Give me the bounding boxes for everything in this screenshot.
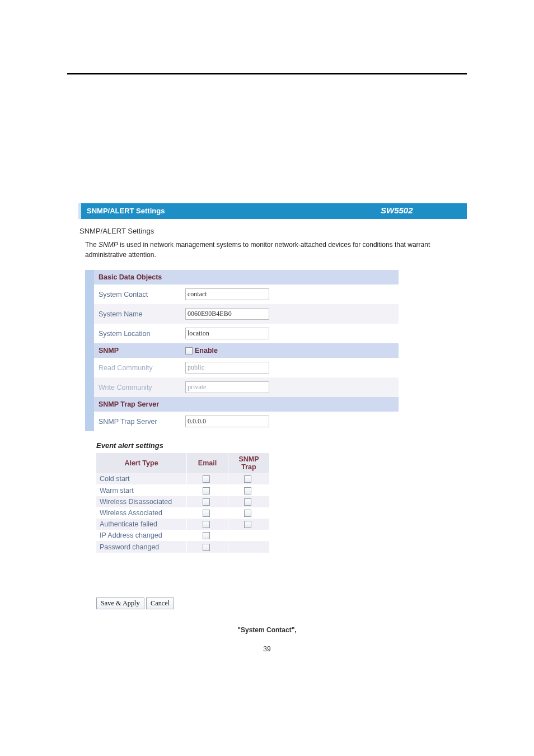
- read-community-input[interactable]: [185, 362, 269, 374]
- system-location-input[interactable]: [185, 328, 269, 339]
- snmp-header: SNMP: [94, 343, 181, 358]
- cold-start-trap-checkbox[interactable]: [244, 475, 251, 483]
- desc-snmp-italic: SNMP: [99, 241, 118, 249]
- warm-start-trap-checkbox[interactable]: [244, 487, 251, 494]
- col-alert-type: Alert Type: [96, 453, 187, 473]
- trap-server-input[interactable]: [185, 416, 269, 427]
- snmp-enable-checkbox[interactable]: [185, 347, 193, 354]
- save-apply-button[interactable]: Save & Apply: [96, 598, 144, 609]
- section-accent: [85, 270, 94, 284]
- event-row-label: Password changed: [96, 541, 187, 552]
- wifi-disassoc-email-checkbox[interactable]: [203, 498, 210, 506]
- event-row-label: Authenticate failed: [96, 519, 187, 530]
- wifi-assoc-email-checkbox[interactable]: [203, 510, 210, 517]
- trap-header: SNMP Trap Server: [94, 397, 399, 412]
- event-settings-heading: Event alert settings: [96, 441, 467, 450]
- footer-bold-text: "System Contact",: [237, 626, 296, 634]
- write-community-input[interactable]: [185, 381, 269, 393]
- col-snmp-trap: SNMP Trap: [228, 453, 270, 473]
- system-location-label: System Location: [94, 324, 181, 343]
- event-row-label: IP Address changed: [96, 530, 187, 541]
- snmp-enable-label: Enable: [195, 347, 218, 354]
- system-contact-input[interactable]: [185, 288, 269, 300]
- section-description: The SNMP is used in network management s…: [85, 240, 467, 260]
- snmp-enable-cell: Enable: [181, 343, 399, 358]
- page-title: SNMP/ALERT Settings: [81, 203, 355, 219]
- cold-start-email-checkbox[interactable]: [203, 475, 210, 483]
- ip-changed-email-checkbox[interactable]: [203, 532, 210, 539]
- event-row-label: Wireless Associated: [96, 507, 187, 519]
- wifi-disassoc-trap-checkbox[interactable]: [244, 498, 251, 506]
- warm-start-email-checkbox[interactable]: [203, 487, 210, 494]
- event-row-label: Cold start: [96, 473, 187, 484]
- page-title-bar: SNMP/ALERT Settings SW5502: [78, 203, 467, 219]
- read-community-label: Read Community: [94, 358, 181, 377]
- auth-failed-trap-checkbox[interactable]: [244, 521, 251, 528]
- col-email: Email: [187, 453, 228, 473]
- trap-server-label: SNMP Trap Server: [94, 412, 181, 431]
- cancel-button[interactable]: Cancel: [146, 598, 174, 609]
- auth-failed-email-checkbox[interactable]: [203, 521, 210, 528]
- page-number: 39: [0, 645, 534, 653]
- system-name-label: System Name: [94, 304, 181, 324]
- event-alert-table: Alert Type Email SNMP Trap Cold start Wa…: [96, 453, 270, 552]
- settings-table: Basic Data Objects System Contact System…: [85, 270, 399, 431]
- system-contact-label: System Contact: [94, 284, 181, 304]
- wifi-assoc-trap-checkbox[interactable]: [244, 510, 251, 517]
- device-model: SW5502: [355, 203, 467, 219]
- system-name-input[interactable]: [185, 308, 269, 320]
- desc-post: is used in network management systems to…: [85, 241, 430, 259]
- event-row-label: Wireless Disassociated: [96, 496, 187, 507]
- desc-pre: The: [85, 241, 99, 249]
- pw-changed-email-checkbox[interactable]: [203, 544, 210, 551]
- section-heading: SNMP/ALERT Settings: [79, 227, 467, 235]
- event-row-label: Warm start: [96, 484, 187, 496]
- write-community-label: Write Community: [94, 377, 181, 397]
- basic-header: Basic Data Objects: [94, 270, 399, 284]
